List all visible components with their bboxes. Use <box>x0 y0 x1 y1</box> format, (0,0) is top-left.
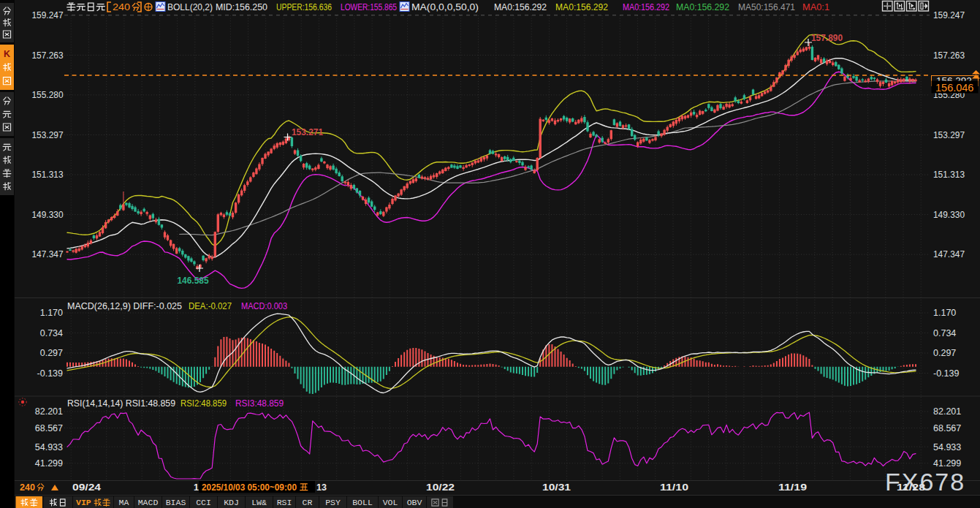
svg-text:54.933: 54.933 <box>933 442 961 452</box>
svg-text:-0.139: -0.139 <box>933 368 959 379</box>
svg-text:10/22: 10/22 <box>426 482 455 493</box>
svg-text:0.734: 0.734 <box>40 328 63 338</box>
svg-text:240: 240 <box>113 1 130 12</box>
svg-text:LOWER:155.865: LOWER:155.865 <box>341 1 397 12</box>
svg-text:10/31: 10/31 <box>542 482 571 493</box>
svg-text:151.313: 151.313 <box>32 170 64 180</box>
svg-text:68.567: 68.567 <box>933 423 961 433</box>
svg-text:240: 240 <box>20 482 35 493</box>
svg-text:149.330: 149.330 <box>32 210 64 220</box>
svg-text:RSI3:48.859: RSI3:48.859 <box>235 398 284 409</box>
svg-text:153.297: 153.297 <box>32 130 64 140</box>
svg-text:2025/10/03 05:00~09:00: 2025/10/03 05:00~09:00 <box>202 482 297 493</box>
svg-text:11/19: 11/19 <box>778 482 807 493</box>
svg-text:-0.139: -0.139 <box>37 368 63 379</box>
svg-text:K: K <box>4 49 10 59</box>
svg-text:153.271: 153.271 <box>292 126 323 137</box>
svg-text:MA: MA <box>119 498 129 507</box>
svg-text:MACD:0.003: MACD:0.003 <box>241 300 287 311</box>
svg-text:41.299: 41.299 <box>933 458 961 469</box>
svg-text:BOLL(20,2): BOLL(20,2) <box>167 1 213 12</box>
svg-text:153.297: 153.297 <box>933 130 965 140</box>
svg-text:KDJ: KDJ <box>224 498 239 507</box>
svg-text:157.890: 157.890 <box>811 32 843 43</box>
svg-text:PSY: PSY <box>325 498 341 507</box>
svg-text:155.280: 155.280 <box>32 90 64 100</box>
svg-text:VIP: VIP <box>76 498 91 507</box>
svg-text:09/24: 09/24 <box>72 482 101 493</box>
svg-text:DEA:-0.027: DEA:-0.027 <box>189 300 232 311</box>
svg-text:MA50:156.471: MA50:156.471 <box>738 1 795 12</box>
svg-text:0.297: 0.297 <box>933 348 956 358</box>
svg-text:MA(0,0,0,50,0): MA(0,0,0,50,0) <box>411 1 479 12</box>
svg-text:BOLL: BOLL <box>352 498 373 507</box>
svg-text:VOL: VOL <box>383 498 398 507</box>
svg-text:1.170: 1.170 <box>933 308 956 318</box>
svg-text:146.585: 146.585 <box>178 275 209 286</box>
svg-text:54.933: 54.933 <box>35 442 63 452</box>
svg-text:1.170: 1.170 <box>40 308 63 318</box>
svg-text:147.347: 147.347 <box>32 249 64 259</box>
svg-text:UPPER:156.636: UPPER:156.636 <box>276 1 332 12</box>
svg-text:151.313: 151.313 <box>933 170 965 180</box>
svg-text:MA0:1: MA0:1 <box>802 1 829 12</box>
svg-text:157.263: 157.263 <box>32 50 64 61</box>
svg-text:157.263: 157.263 <box>933 50 965 61</box>
svg-text:0.297: 0.297 <box>40 348 63 358</box>
svg-text:CR: CR <box>303 498 313 507</box>
svg-text:MACD(26,12,9) DIFF:-0.025: MACD(26,12,9) DIFF:-0.025 <box>67 300 182 311</box>
svg-text:MID:156.250: MID:156.250 <box>216 1 267 12</box>
svg-text:159.247: 159.247 <box>32 10 64 20</box>
svg-text:RSI: RSI <box>277 498 292 507</box>
svg-text:68.567: 68.567 <box>35 423 63 433</box>
svg-text:82.201: 82.201 <box>933 406 961 417</box>
svg-text:11/10: 11/10 <box>660 482 688 493</box>
svg-text:41.299: 41.299 <box>35 458 63 469</box>
svg-text:MA0:156.292: MA0:156.292 <box>494 1 547 12</box>
svg-text:BIAS: BIAS <box>166 498 186 507</box>
svg-text:MA0:156.292: MA0:156.292 <box>623 1 669 12</box>
svg-text:RSI2:48.859: RSI2:48.859 <box>181 398 227 409</box>
svg-text:1: 1 <box>194 482 199 493</box>
svg-text:RSI(14,14,14) RSI1:48.859: RSI(14,14,14) RSI1:48.859 <box>67 398 175 409</box>
svg-text:MACD: MACD <box>138 498 159 507</box>
svg-text:147.347: 147.347 <box>933 249 965 259</box>
svg-text:13: 13 <box>316 482 327 493</box>
svg-text:CCI: CCI <box>196 498 211 507</box>
svg-text:MA0:156.292: MA0:156.292 <box>676 1 729 12</box>
svg-text:OBV: OBV <box>407 498 422 507</box>
svg-text:82.201: 82.201 <box>35 406 63 417</box>
svg-text:159.247: 159.247 <box>933 10 965 20</box>
svg-text:149.330: 149.330 <box>933 210 965 220</box>
svg-text:MA0:156.292: MA0:156.292 <box>555 1 608 12</box>
svg-text:0.734: 0.734 <box>933 328 956 338</box>
svg-text:LW&: LW& <box>251 498 267 507</box>
svg-text:156.046: 156.046 <box>935 82 973 94</box>
svg-text:FX678: FX678 <box>885 468 965 496</box>
